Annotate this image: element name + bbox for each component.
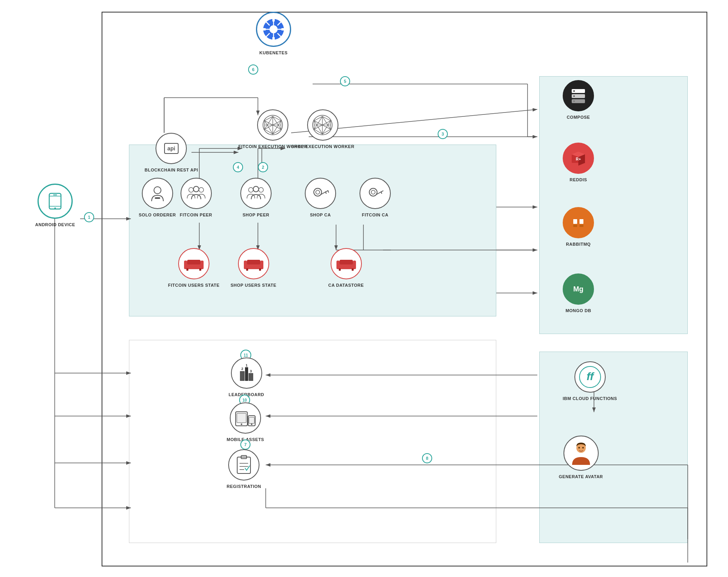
blockchain-api-label: BLOCKCHAIN REST API	[145, 167, 198, 173]
svg-rect-153	[237, 457, 250, 473]
blockchain-api-node: api BLOCKCHAIN REST API	[145, 133, 198, 173]
svg-rect-56	[272, 37, 275, 40]
svg-rect-142	[245, 367, 248, 381]
svg-point-93	[316, 190, 320, 194]
fitcoin-state-icon	[178, 248, 209, 279]
svg-point-89	[249, 188, 253, 192]
lower-box	[129, 340, 496, 543]
svg-rect-114	[336, 261, 340, 269]
mobile-assets-icon	[230, 402, 261, 434]
ibm-cf-label: IBM CLOUD FUNCTIONS	[563, 396, 617, 401]
mongodb-node: Mg MONGO DB	[563, 273, 594, 313]
shop-ca-node: SHOP CA	[305, 178, 336, 218]
svg-point-152	[251, 423, 252, 425]
svg-rect-108	[244, 261, 247, 269]
shop-peer-label: SHOP PEER	[243, 212, 270, 218]
registration-icon	[228, 449, 259, 481]
leaderboard-node: 2 1 3 LEADERBOARD	[229, 357, 264, 397]
compose-node: COMPOSE	[563, 80, 594, 120]
kubernetes-node: KUBENETES	[256, 12, 291, 55]
svg-point-122	[573, 90, 575, 92]
fitcoin-worker-icon	[257, 109, 288, 141]
svg-rect-102	[184, 261, 187, 269]
registration-label: REGISTRATION	[227, 484, 261, 489]
android-label: ANDROID DEVICE	[35, 222, 75, 227]
svg-point-90	[253, 186, 259, 192]
svg-point-97	[369, 188, 377, 196]
shop-worker-label: SHOP EXECUTION WORKER	[291, 144, 354, 149]
right-services-box	[539, 76, 688, 334]
android-node: ANDROID DEVICE	[35, 184, 75, 227]
svg-point-98	[371, 190, 375, 194]
svg-point-139	[578, 447, 580, 448]
kubernetes-icon	[256, 12, 291, 47]
svg-rect-104	[187, 260, 200, 264]
svg-text:R+: R+	[576, 157, 581, 161]
svg-point-91	[259, 188, 263, 192]
svg-rect-118	[352, 268, 354, 271]
redis-node: R+ REDDIS	[563, 143, 594, 182]
ca-datastore-label: CA DATASTORE	[328, 282, 364, 288]
blockchain-api-icon: api	[156, 133, 187, 164]
shop-worker-node: SHOP EXECUTION WORKER	[291, 109, 354, 149]
svg-rect-57	[263, 28, 266, 30]
kubernetes-label: KUBENETES	[259, 50, 288, 55]
svg-rect-141	[240, 371, 245, 381]
svg-rect-150	[249, 417, 254, 423]
mongodb-icon: Mg	[563, 273, 594, 305]
svg-text:1: 1	[245, 363, 247, 367]
svg-rect-58	[281, 28, 284, 30]
svg-rect-105	[186, 268, 188, 271]
shop-state-label: SHOP USERS STATE	[231, 282, 276, 288]
fitcoin-ca-icon	[360, 178, 391, 209]
step-4: 4	[233, 162, 243, 172]
svg-rect-133	[580, 225, 583, 227]
svg-point-87	[193, 186, 199, 192]
fitcoin-peer-node: FITCOIN PEER	[180, 178, 212, 218]
redis-icon: R+	[563, 143, 594, 174]
fitcoin-peer-label: FITCOIN PEER	[180, 212, 212, 218]
rabbitmq-node: RABBITMQ	[563, 207, 594, 247]
svg-rect-63	[53, 195, 57, 195]
svg-point-46	[270, 25, 277, 33]
android-icon	[38, 184, 73, 219]
leaderboard-icon: 2 1 3	[231, 357, 262, 389]
svg-rect-110	[247, 260, 260, 264]
svg-rect-59	[49, 193, 61, 209]
svg-text:2: 2	[241, 367, 243, 371]
rabbitmq-icon	[563, 207, 594, 238]
fitcoin-peer-icon	[181, 178, 212, 209]
svg-point-86	[189, 188, 193, 192]
rabbitmq-label: RABBITMQ	[566, 241, 590, 247]
solo-orderer-label: SOLO ORDERER	[139, 212, 176, 218]
svg-point-84	[154, 187, 161, 194]
svg-rect-131	[580, 219, 583, 224]
mobile-assets-node: MOBILE ASSETS	[227, 402, 264, 442]
shop-peer-node: SHOP PEER	[240, 178, 272, 218]
ca-datastore-node: CA DATASTORE	[328, 248, 364, 288]
generate-avatar-node: GENERATE AVATAR	[559, 436, 603, 479]
ibm-cf-icon: ff	[574, 361, 606, 393]
solo-orderer-icon	[142, 178, 173, 209]
svg-rect-109	[260, 261, 263, 269]
svg-rect-85	[155, 197, 160, 199]
step-1: 1	[84, 212, 94, 222]
compose-icon	[563, 80, 594, 111]
shop-ca-label: SHOP CA	[310, 212, 331, 218]
svg-text:Mg: Mg	[573, 285, 583, 293]
svg-rect-117	[339, 268, 341, 271]
svg-rect-148	[237, 413, 246, 423]
diagram-container: KUBENETES ANDROID DEVICE 1 api BLOCKCHAI…	[0, 0, 728, 577]
step-2: 2	[258, 162, 268, 172]
fitcoin-ca-label: FITCOIN CA	[362, 212, 388, 218]
svg-point-140	[582, 447, 584, 448]
fitcoin-state-node: FITCOIN USERS STATE	[168, 248, 220, 288]
svg-point-92	[314, 188, 322, 196]
shop-peer-icon	[240, 178, 272, 209]
ca-datastore-icon	[331, 248, 362, 279]
step-8: 8	[422, 453, 432, 463]
fitcoin-ca-node: FITCOIN CA	[360, 178, 391, 218]
svg-rect-129	[571, 217, 586, 229]
shop-ca-icon	[305, 178, 336, 209]
svg-point-88	[199, 188, 204, 192]
